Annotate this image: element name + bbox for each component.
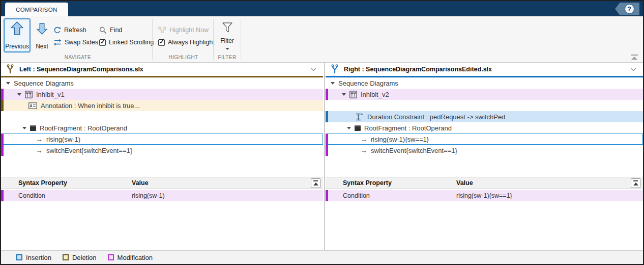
duration-constraint-icon [355, 113, 364, 121]
deletion-swatch-icon [63, 254, 69, 260]
tree-row-rising[interactable]: rising(sw-1){sw==1} [326, 134, 643, 145]
modification-marker [1, 145, 4, 156]
collapse-ribbon-button[interactable] [631, 55, 638, 60]
tree-row-inhibit-v1[interactable]: Inhibit_v1 [1, 89, 323, 100]
legend-item-deletion: Deletion [63, 254, 97, 261]
sequence-diagram-icon [25, 91, 33, 98]
highlight-now-label: Highlight Now [169, 26, 209, 34]
filter-funnel-icon [222, 22, 232, 34]
tree-row-inhibit-v2[interactable]: Inhibit_v2 [326, 89, 643, 100]
linked-scrolling-label: Linked Scrolling [109, 39, 154, 46]
group-label-navigate: NAVIGATE [4, 55, 152, 60]
left-property-row-condition[interactable]: Condition rising(sw-1) [1, 190, 323, 201]
left-file-header[interactable]: Left : SequenceDiagramComparisons.slx [1, 63, 323, 76]
property-name: Condition [326, 192, 370, 199]
tree-row-label: Sequence Diagrams [338, 80, 398, 87]
deletion-marker [1, 100, 4, 111]
refresh-label: Refresh [64, 26, 86, 34]
expander-down-icon[interactable] [342, 93, 346, 96]
chevron-down-icon[interactable] [311, 68, 316, 71]
comparison-window: COMPARISON ? Previous Next Refresh [0, 0, 644, 265]
find-button[interactable]: Find [99, 25, 122, 35]
property-name: Condition [1, 192, 45, 199]
help-icon: ? [625, 4, 634, 14]
collapse-table-button[interactable] [311, 178, 320, 188]
search-icon [99, 26, 107, 34]
tree-row-label: Sequence Diagrams [14, 80, 74, 87]
tree-row-rootfragment[interactable]: RootFragment : RootOperand [1, 122, 323, 134]
value-column-header: Value [456, 179, 473, 187]
sequence-diagram-icon [349, 91, 357, 98]
legend-label: Deletion [72, 254, 97, 261]
highlight-now-button[interactable]: Highlight Now [158, 25, 209, 35]
filter-button[interactable]: Filter [217, 18, 238, 52]
filter-label: Filter [220, 37, 234, 44]
legend-item-modification: Modification [108, 254, 153, 261]
chevron-down-icon[interactable] [631, 68, 636, 71]
property-value: rising(sw-1) [132, 192, 165, 199]
right-property-row-condition[interactable]: Condition rising(sw-1){sw==1} [326, 190, 643, 201]
next-button[interactable]: Next [33, 18, 51, 52]
legend-label: Modification [118, 254, 153, 261]
tree-row-switchevent[interactable]: switchEvent[switchEvent==1] [1, 145, 323, 156]
legend-label: Insertion [26, 254, 51, 261]
tree-row-label: switchEvent{switchEvent==1} [371, 147, 457, 154]
fragment-icon [30, 125, 36, 131]
tree-row-empty [1, 111, 323, 122]
modification-marker [1, 89, 4, 100]
modification-marker [326, 134, 328, 145]
tree-row-rising[interactable]: rising(sw-1) [1, 134, 323, 145]
tree-row-label: Inhibit_v2 [361, 91, 389, 98]
tree-row-label: rising(sw-1) [46, 136, 80, 143]
branch-icon [6, 64, 14, 74]
right-property-table-header: Syntax Property Value [326, 177, 643, 189]
tree-row-switchevent[interactable]: switchEvent{switchEvent==1} [326, 145, 643, 156]
expander-down-icon[interactable] [22, 127, 26, 129]
checkbox-checked-icon[interactable] [99, 39, 106, 46]
ribbon-separator [213, 19, 214, 60]
tree-row-sequence-diagrams[interactable]: Sequence Diagrams [1, 77, 323, 89]
expander-down-icon[interactable] [331, 82, 335, 85]
checkbox-checked-icon[interactable] [158, 39, 165, 46]
right-file-title: Right : SequenceDiagramComparisonsEdited… [344, 66, 492, 73]
always-highlight-toggle[interactable]: Always Highlight [158, 38, 215, 47]
tree-row-annotation[interactable]: Annotation : When inhibit is true... [1, 100, 323, 111]
collapse-table-button[interactable] [631, 178, 640, 188]
change-type-legend: Insertion Deletion Modification [1, 250, 643, 264]
right-file-header[interactable]: Right : SequenceDiagramComparisonsEdited… [326, 63, 643, 76]
tree-row-empty [326, 100, 643, 111]
expander-down-icon[interactable] [347, 127, 351, 129]
modification-marker [326, 89, 328, 100]
tree-row-duration-constraint[interactable]: Duration Constraint : pedRequest -> swit… [326, 111, 643, 122]
tree-row-rootfragment[interactable]: RootFragment : RootOperand [326, 122, 643, 134]
modification-marker [326, 190, 328, 201]
annotation-icon [28, 102, 37, 109]
ribbon: Previous Next Refresh Swap Sides [1, 16, 643, 63]
arrow-up-icon [11, 21, 23, 35]
chevron-down-icon [225, 48, 229, 50]
linked-scrolling-toggle[interactable]: Linked Scrolling [99, 38, 154, 47]
comparison-split-view: Left : SequenceDiagramComparisons.slx Se… [1, 63, 643, 250]
left-panel: Left : SequenceDiagramComparisons.slx Se… [1, 63, 323, 250]
tree-row-sequence-diagrams[interactable]: Sequence Diagrams [326, 77, 643, 89]
property-column-header: Syntax Property [1, 179, 67, 187]
help-button[interactable]: ? [615, 3, 639, 15]
swap-sides-label: Swap Sides [65, 39, 98, 46]
previous-label: Previous [5, 43, 29, 50]
expander-down-icon[interactable] [6, 82, 10, 85]
tree-row-label: switchEvent[switchEvent==1] [46, 147, 132, 154]
refresh-button[interactable]: Refresh [53, 25, 86, 35]
highlight-now-icon [158, 26, 166, 34]
swap-sides-button[interactable]: Swap Sides [53, 38, 98, 47]
previous-button[interactable]: Previous [4, 18, 31, 52]
tab-comparison[interactable]: COMPARISON [5, 3, 68, 16]
find-label: Find [110, 26, 122, 34]
tree-row-label: Inhibit_v1 [36, 91, 65, 98]
fragment-icon [355, 125, 361, 131]
modification-swatch-icon [108, 254, 114, 260]
expander-down-icon[interactable] [17, 93, 21, 96]
property-column-header: Syntax Property [326, 179, 392, 187]
refresh-icon [53, 26, 61, 34]
modification-marker [1, 134, 4, 145]
tree-row-label: RootFragment : RootOperand [40, 124, 127, 132]
